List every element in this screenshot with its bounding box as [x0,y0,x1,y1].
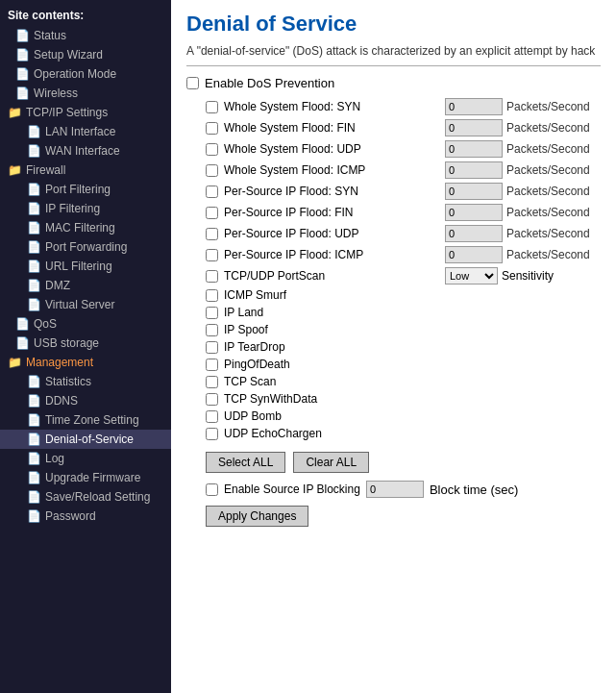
file-icon: 📄 [15,336,30,350]
sensitivity-select[interactable]: Low Medium High [445,267,498,285]
file-icon: 📄 [27,394,41,408]
packets-input-wsf-udp[interactable] [445,140,503,158]
main-content: Denial of Service A "denial-of-service" … [171,0,616,693]
packets-input-wsf-icmp[interactable] [445,161,503,179]
packets-input-psf-syn[interactable] [445,183,503,200]
option-checkbox-psf-syn[interactable] [206,186,218,198]
option-checkbox-wsf-udp[interactable] [206,143,218,156]
option-row: IP Spoof [186,323,601,336]
dos-section: Enable DoS Prevention Whole System Flood… [186,76,601,527]
option-row: TCP SynWithData [186,392,601,406]
sidebar-item-operation-mode[interactable]: 📄 Operation Mode [0,64,171,84]
sidebar-item-save-reload[interactable]: 📄 Save/Reload Setting [0,487,171,507]
packets-input-wsf-syn[interactable] [445,98,503,115]
sidebar-item-lan[interactable]: 📄 LAN Interface [0,122,171,141]
option-label: Per-Source IP Flood: UDP [224,227,445,240]
sidebar-item-setup-wizard[interactable]: 📄 Setup Wizard [0,45,171,64]
sidebar-item-qos[interactable]: 📄 QoS [0,314,171,334]
enable-source-ip-checkbox[interactable] [206,483,218,496]
option-checkbox-ip-land[interactable] [206,307,218,319]
sidebar-item-mac-filtering[interactable]: 📄 MAC Filtering [0,218,171,237]
sidebar-item-log[interactable]: 📄 Log [0,449,171,468]
sidebar-item-wireless[interactable]: 📄 Wireless [0,84,171,103]
sidebar-item-tcpip[interactable]: 📁 TCP/IP Settings [0,103,171,122]
packets-input-psf-fin[interactable] [445,204,503,221]
file-icon: 📄 [27,240,41,254]
option-label: Whole System Flood: UDP [224,142,445,156]
option-row: TCP/UDP PortScan Low Medium High Sensiti… [186,267,601,285]
sidebar-item-firewall[interactable]: 📁 Firewall [0,161,171,180]
file-icon: 📄 [27,375,41,388]
block-time-input[interactable] [366,481,424,498]
select-all-button[interactable]: Select ALL [206,452,285,473]
file-icon: 📄 [27,202,41,215]
option-checkbox-psf-icmp[interactable] [206,249,218,261]
packets-input-psf-icmp[interactable] [445,246,503,263]
apply-changes-button[interactable]: Apply Changes [206,506,308,527]
option-checkbox-tcp-scan[interactable] [206,376,218,388]
file-icon: 📄 [27,260,41,273]
option-label: Per-Source IP Flood: SYN [224,185,445,198]
file-icon: 📄 [27,509,41,523]
option-row: Per-Source IP Flood: FIN Packets/Second [186,204,601,221]
sidebar-item-port-filtering[interactable]: 📄 Port Filtering [0,180,171,199]
file-icon: 📄 [27,298,41,311]
sidebar-item-ddns[interactable]: 📄 DDNS [0,391,171,410]
option-label: Whole System Flood: SYN [224,100,445,113]
option-checkbox-tcp-synwithdata[interactable] [206,393,218,406]
sidebar-item-upgrade-firmware[interactable]: 📄 Upgrade Firmware [0,468,171,487]
sidebar-item-dmz[interactable]: 📄 DMZ [0,276,171,295]
option-label: TCP Scan [224,375,445,388]
option-row: TCP Scan [186,375,601,388]
option-checkbox-psf-fin[interactable] [206,207,218,219]
file-icon: 📄 [15,87,30,100]
option-label: Whole System Flood: ICMP [224,163,445,177]
sidebar-item-wan[interactable]: 📄 WAN Interface [0,141,171,161]
option-checkbox-pingofdeath[interactable] [206,359,218,371]
option-row: Whole System Flood: ICMP Packets/Second [186,161,601,179]
option-checkbox-ip-teardrop[interactable] [206,341,218,354]
option-label: PingOfDeath [224,358,445,371]
packets-input-wsf-fin[interactable] [445,119,503,136]
option-checkbox-wsf-icmp[interactable] [206,164,218,177]
sidebar-item-statistics[interactable]: 📄 Statistics [0,372,171,391]
file-icon: 📄 [27,413,41,427]
option-checkbox-ip-spoof[interactable] [206,324,218,336]
sidebar-item-ip-filtering[interactable]: 📄 IP Filtering [0,199,171,218]
folder-icon: 📁 [8,356,22,369]
clear-all-button[interactable]: Clear ALL [293,452,369,473]
option-row: ICMP Smurf [186,288,601,302]
option-checkbox-portscan[interactable] [206,270,218,283]
option-checkbox-udp-bomb[interactable] [206,410,218,423]
option-checkbox-udp-echochargen[interactable] [206,428,218,440]
option-checkbox-wsf-syn[interactable] [206,101,218,113]
option-row: Whole System Flood: FIN Packets/Second [186,119,601,136]
file-icon: 📄 [15,67,30,81]
enable-dos-checkbox[interactable] [186,77,199,89]
file-icon: 📄 [27,452,41,465]
sidebar-item-status[interactable]: 📄 Status [0,26,171,45]
option-checkbox-wsf-fin[interactable] [206,122,218,135]
sidebar-item-virtual-server[interactable]: 📄 Virtual Server [0,295,171,314]
option-checkbox-psf-udp[interactable] [206,228,218,240]
file-icon: 📄 [27,125,41,138]
option-label: TCP/UDP PortScan [224,269,445,283]
sidebar-item-password[interactable]: 📄 Password [0,507,171,526]
sidebar-item-usb[interactable]: 📄 USB storage [0,334,171,353]
enable-dos-label: Enable DoS Prevention [205,76,334,90]
select-clear-row: Select ALL Clear ALL [186,452,601,473]
option-checkbox-icmp-smurf[interactable] [206,289,218,302]
packets-unit: Packets/Second [506,206,590,219]
sidebar-item-dos[interactable]: 📄 Denial-of-Service [0,430,171,449]
sidebar-item-management[interactable]: 📁 Management [0,353,171,372]
sidebar-item-time-zone[interactable]: 📄 Time Zone Setting [0,410,171,430]
sidebar-item-port-forwarding[interactable]: 📄 Port Forwarding [0,237,171,257]
sidebar-item-url-filtering[interactable]: 📄 URL Filtering [0,257,171,276]
sidebar-header: Site contents: [0,5,171,26]
file-icon: 📄 [15,317,30,331]
packets-unit: Packets/Second [506,248,590,261]
option-label: TCP SynWithData [224,392,445,406]
packets-input-psf-udp[interactable] [445,225,503,242]
option-label: Per-Source IP Flood: ICMP [224,248,445,261]
option-label: ICMP Smurf [224,288,445,302]
